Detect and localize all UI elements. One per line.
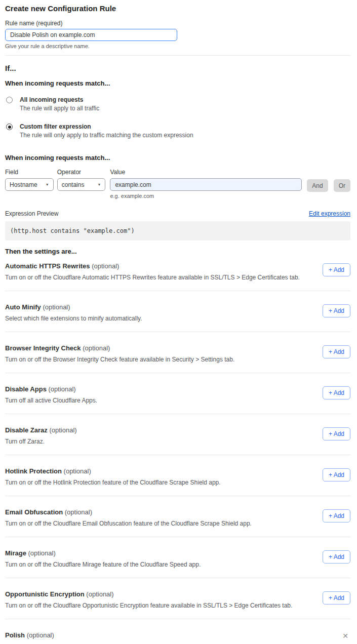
operator-select-value: contains (62, 181, 85, 188)
radio-all-incoming-requests[interactable] (6, 97, 13, 103)
setting-mirage: Mirage (optional) Turn on or off the Clo… (5, 537, 350, 578)
page-title: Create new Configuration Rule (5, 4, 350, 13)
value-input[interactable] (110, 178, 302, 191)
rule-name-help: Give your rule a descriptive name. (5, 43, 350, 49)
setting-title: Auto Minify (optional) (5, 303, 142, 311)
add-button-automatic-https-rewrites[interactable]: + Add (323, 263, 350, 276)
setting-title: Automatic HTTPS Rewrites (optional) (5, 262, 300, 270)
radio-label: Custom filter expression (20, 123, 193, 130)
radio-option-custom-filter[interactable]: Custom filter expression The rule will o… (5, 123, 350, 139)
expression-builder-heading: When incoming requests match... (5, 154, 350, 162)
add-button-email-obfuscation[interactable]: + Add (323, 509, 350, 522)
close-icon[interactable]: ✕ (341, 631, 349, 640)
setting-hotlink-protection: Hotlink Protection (optional) Turn on or… (5, 455, 350, 496)
radio-label: All incoming requests (20, 96, 99, 103)
chevron-down-icon: ▼ (97, 183, 101, 186)
setting-polish: Polish (optional) Change the settings of… (5, 619, 350, 644)
setting-browser-integrity-check: Browser Integrity Check (optional) Turn … (5, 332, 350, 373)
setting-automatic-https-rewrites: Automatic HTTPS Rewrites (optional) Turn… (5, 255, 350, 291)
settings-list: Automatic HTTPS Rewrites (optional) Turn… (5, 255, 350, 619)
setting-description: Turn on or off the Cloudflare Mirage fea… (5, 561, 201, 568)
setting-title: Opportunistic Encryption (optional) (5, 590, 292, 598)
if-heading: If... (5, 64, 350, 72)
setting-description: Turn on or off the Hotlink Protection fe… (5, 479, 221, 486)
setting-description: Turn on or off the Cloudflare Automatic … (5, 274, 300, 281)
add-button-opportunistic-encryption[interactable]: + Add (323, 591, 350, 605)
expression-preview-label: Expression Preview (5, 210, 58, 217)
setting-title: Email Obfuscation (optional) (5, 508, 252, 516)
divider (5, 55, 350, 56)
rule-name-label: Rule name (required) (5, 20, 350, 27)
setting-disable-apps: Disable Apps (optional) Turn off all act… (5, 373, 350, 414)
setting-title: Disable Zaraz (optional) (5, 426, 77, 434)
setting-title: Disable Apps (optional) (5, 385, 97, 393)
operator-label: Operator (57, 169, 106, 176)
add-button-auto-minify[interactable]: + Add (323, 304, 350, 317)
setting-disable-zaraz: Disable Zaraz (optional) Turn off Zaraz.… (5, 414, 350, 455)
value-help: e.g. example.com (110, 193, 302, 199)
rule-name-input[interactable] (5, 29, 177, 41)
field-label: Field (5, 169, 54, 176)
expression-builder-row: Field Hostname ▼ Operator contains ▼ Val… (5, 169, 350, 199)
create-configuration-rule-page: Create new Configuration Rule Rule name … (0, 0, 357, 644)
radio-description: The rule will only apply to traffic matc… (20, 132, 193, 139)
add-button-disable-zaraz[interactable]: + Add (323, 427, 350, 440)
radio-option-all-incoming[interactable]: All incoming requests The rule will appl… (5, 96, 350, 112)
setting-title: Mirage (optional) (5, 549, 201, 557)
setting-description: Turn off all active Cloudflare Apps. (5, 397, 97, 404)
setting-opportunistic-encryption: Opportunistic Encryption (optional) Turn… (5, 578, 350, 619)
setting-email-obfuscation: Email Obfuscation (optional) Turn on or … (5, 496, 350, 537)
add-button-mirage[interactable]: + Add (323, 550, 350, 564)
field-select-value: Hostname (10, 181, 37, 188)
edit-expression-link[interactable]: Edit expression (309, 210, 350, 217)
and-button[interactable]: And (307, 179, 328, 192)
setting-title: Polish (optional) (5, 631, 219, 639)
setting-description: Turn on or off the Cloudflare Opportunis… (5, 602, 292, 609)
setting-description: Turn on or off the Browser Integrity Che… (5, 356, 234, 363)
radio-description: The rule will apply to all traffic (20, 105, 99, 112)
then-settings-heading: Then the settings are... (5, 248, 350, 255)
value-label: Value (110, 169, 302, 176)
operator-select[interactable]: contains ▼ (57, 178, 106, 191)
chevron-down-icon: ▼ (46, 183, 49, 186)
field-select[interactable]: Hostname ▼ (5, 178, 54, 191)
setting-auto-minify: Auto Minify (optional) Select which file… (5, 291, 350, 332)
or-button[interactable]: Or (334, 179, 350, 192)
add-button-disable-apps[interactable]: + Add (323, 386, 350, 399)
add-button-browser-integrity-check[interactable]: + Add (323, 345, 350, 358)
setting-description: Turn off Zaraz. (5, 438, 77, 445)
match-heading: When incoming requests match... (5, 79, 350, 87)
setting-title: Hotlink Protection (optional) (5, 467, 221, 475)
setting-title: Browser Integrity Check (optional) (5, 344, 234, 352)
add-button-hotlink-protection[interactable]: + Add (323, 468, 350, 481)
setting-description: Select which file extensions to minify a… (5, 315, 142, 322)
expression-preview-code: (http.host contains "example.com") (5, 221, 350, 240)
setting-description: Turn on or off the Cloudflare Email Obfu… (5, 520, 252, 527)
radio-custom-filter-expression[interactable] (6, 124, 13, 130)
